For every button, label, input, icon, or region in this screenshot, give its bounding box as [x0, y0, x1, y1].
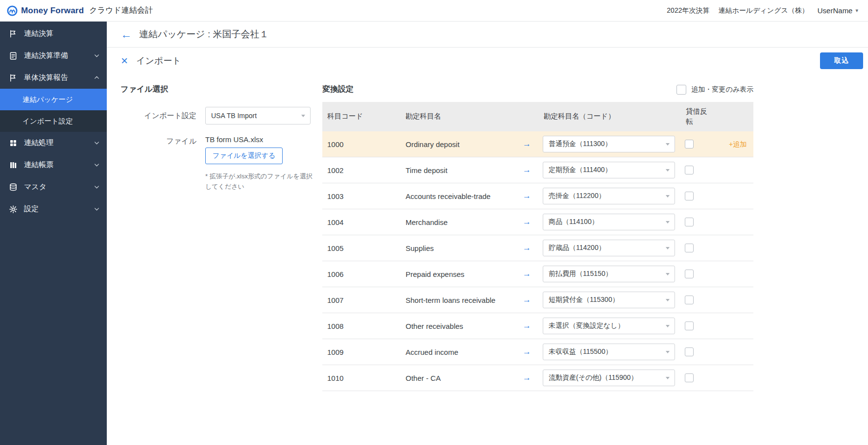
- main-content: ← 連結パッケージ : 米国子会社１ × インポート 取込 ファイル選択 インポ…: [107, 22, 868, 445]
- table-row: 1006 Prepaid expenses → 前払費用（115150）: [322, 261, 753, 287]
- row-account-name: Other - CA: [406, 374, 441, 382]
- sidebar-item-consolidation-package[interactable]: 連結パッケージ: [0, 89, 107, 110]
- table-row: 1000 Ordinary deposit → 普通預金（111300） +追加: [322, 131, 753, 157]
- row-account-name: Other receivables: [406, 322, 463, 330]
- chevron-down-icon: [666, 325, 670, 327]
- chevron-down-icon: [94, 52, 100, 59]
- row-code: 1000: [322, 140, 401, 148]
- chevron-down-icon: [94, 140, 100, 146]
- row-code: 1009: [322, 348, 401, 356]
- conversion-section-title: 変換設定: [322, 84, 354, 95]
- sidebar-item-consolidation-process[interactable]: 連結処理: [0, 132, 107, 154]
- row-account-select[interactable]: 売掛金（112200）: [543, 188, 675, 204]
- file-extension-hint: * 拡張子が.xlsx形式のファイルを選択してください: [205, 172, 313, 192]
- choose-file-button[interactable]: ファイルを選択する: [205, 148, 283, 164]
- column-header-reverse: 貸借反転: [681, 106, 715, 127]
- file-selection-panel: ファイル選択 インポート設定 USA TB Import ファイル TB for…: [121, 84, 312, 203]
- row-account-select[interactable]: 前払費用（115150）: [543, 266, 675, 282]
- row-account-select[interactable]: 普通預金（111300）: [543, 136, 675, 152]
- sidebar-item-master[interactable]: マスタ: [0, 176, 107, 198]
- import-setting-label: インポート設定: [121, 107, 196, 124]
- moneyforward-logo-icon: [7, 5, 18, 16]
- close-icon[interactable]: ×: [121, 55, 128, 67]
- import-setting-select[interactable]: USA TB Import: [205, 107, 311, 124]
- sidebar-item-consolidated-closing[interactable]: 連結決算: [0, 23, 107, 45]
- row-account-select[interactable]: 未収収益（115500）: [543, 344, 675, 360]
- chevron-down-icon: [666, 169, 670, 172]
- arrow-right-icon: →: [523, 321, 531, 331]
- sidebar-item-settings[interactable]: 設定: [0, 198, 107, 220]
- flag-icon: [8, 29, 18, 38]
- filter-checkbox-label: 追加・変更のみ表示: [691, 85, 753, 94]
- reverse-checkbox[interactable]: [685, 244, 694, 252]
- row-account-name: Ordinary deposit: [406, 140, 459, 148]
- conversion-settings-panel: 変換設定 追加・変更のみ表示 科目コード 勘定科目名 勘定科目名（コード） 貸借…: [322, 84, 753, 391]
- arrow-right-icon: →: [523, 269, 531, 279]
- reverse-checkbox[interactable]: [685, 321, 694, 330]
- row-select-value: 未収収益（115500）: [549, 347, 612, 356]
- fiscal-period: 2022年次決算: [667, 6, 709, 15]
- sidebar-item-closing-preparation[interactable]: 連結決算準備: [0, 45, 107, 67]
- row-select-value: 前払費用（115150）: [549, 270, 612, 278]
- row-code: 1003: [322, 192, 401, 200]
- filter-added-changed-checkbox[interactable]: 追加・変更のみ表示: [676, 85, 753, 95]
- import-submit-button[interactable]: 取込: [820, 52, 863, 69]
- back-button[interactable]: ←: [121, 29, 132, 40]
- row-account-name: Short-term loans receivable: [406, 296, 495, 304]
- reverse-checkbox[interactable]: [685, 218, 694, 226]
- chevron-down-icon: [666, 377, 670, 379]
- sidebar-subitem-label: インポート設定: [23, 117, 73, 126]
- arrow-right-icon: →: [523, 373, 531, 383]
- row-account-select[interactable]: 短期貸付金（115300）: [543, 292, 675, 308]
- conversion-table: 科目コード 勘定科目名 勘定科目名（コード） 貸借反転 1000 Ordinar…: [322, 102, 753, 391]
- table-row: 1008 Other receivables → 未選択（変換設定なし）: [322, 313, 753, 339]
- reverse-checkbox[interactable]: [685, 192, 694, 200]
- sidebar-item-consolidated-reports[interactable]: 連結帳票: [0, 154, 107, 176]
- chevron-down-icon: [94, 184, 100, 190]
- row-account-name: Accrued income: [406, 348, 458, 356]
- row-code: 1005: [322, 244, 401, 252]
- reverse-checkbox[interactable]: [685, 296, 694, 304]
- row-code: 1007: [322, 296, 401, 304]
- column-header-account-code: 勘定科目名（コード）: [539, 111, 681, 122]
- row-account-select[interactable]: 商品（114100）: [543, 214, 675, 230]
- sidebar-item-label: 設定: [24, 204, 39, 214]
- column-header-account-name: 勘定科目名: [401, 111, 539, 122]
- chevron-down-icon: ▾: [855, 7, 858, 14]
- page-title: 連結パッケージ : 米国子会社１: [139, 28, 269, 41]
- page-header: ← 連結パッケージ : 米国子会社１: [107, 22, 868, 48]
- row-select-value: 短期貸付金（115300）: [549, 296, 619, 304]
- reverse-checkbox[interactable]: [685, 270, 694, 278]
- arrow-right-icon: →: [523, 347, 531, 357]
- reverse-checkbox[interactable]: [685, 166, 694, 174]
- row-account-select[interactable]: 流動資産(その他)（115900）: [543, 370, 675, 386]
- sidebar-item-label: 単体決算報告: [24, 73, 68, 82]
- import-title: インポート: [136, 55, 181, 67]
- reverse-checkbox[interactable]: [685, 347, 694, 356]
- row-account-select[interactable]: 未選択（変換設定なし）: [543, 318, 675, 334]
- row-add-button[interactable]: +追加: [729, 140, 747, 148]
- row-select-value: 定期預金（111400）: [549, 166, 612, 174]
- row-select-value: 未選択（変換設定なし）: [549, 321, 625, 330]
- row-code: 1010: [322, 374, 401, 382]
- reverse-checkbox[interactable]: [685, 373, 694, 382]
- arrow-right-icon: →: [523, 191, 531, 201]
- row-account-name: Merchandise: [406, 218, 448, 226]
- reverse-checkbox[interactable]: [685, 140, 694, 148]
- sidebar-item-standalone-report[interactable]: 単体決算報告: [0, 67, 107, 89]
- chevron-down-icon: [666, 221, 670, 223]
- row-account-name: Accounts receivable-trade: [406, 192, 490, 200]
- import-setting-value: USA TB Import: [211, 112, 257, 120]
- grid-icon: [8, 138, 18, 148]
- row-account-select[interactable]: 貯蔵品（114200）: [543, 240, 675, 256]
- sidebar-item-import-settings[interactable]: インポート設定: [0, 110, 107, 132]
- column-header-code: 科目コード: [322, 111, 401, 122]
- database-icon: [8, 182, 18, 192]
- user-menu[interactable]: UserName ▾: [818, 6, 858, 15]
- chevron-down-icon: [666, 273, 670, 275]
- sidebar-item-label: 連結決算準備: [24, 51, 68, 60]
- table-row: 1003 Accounts receivable-trade → 売掛金（112…: [322, 183, 753, 209]
- row-account-select[interactable]: 定期預金（111400）: [543, 162, 675, 178]
- row-select-value: 普通預金（111300）: [549, 140, 612, 148]
- file-label: ファイル: [121, 135, 196, 192]
